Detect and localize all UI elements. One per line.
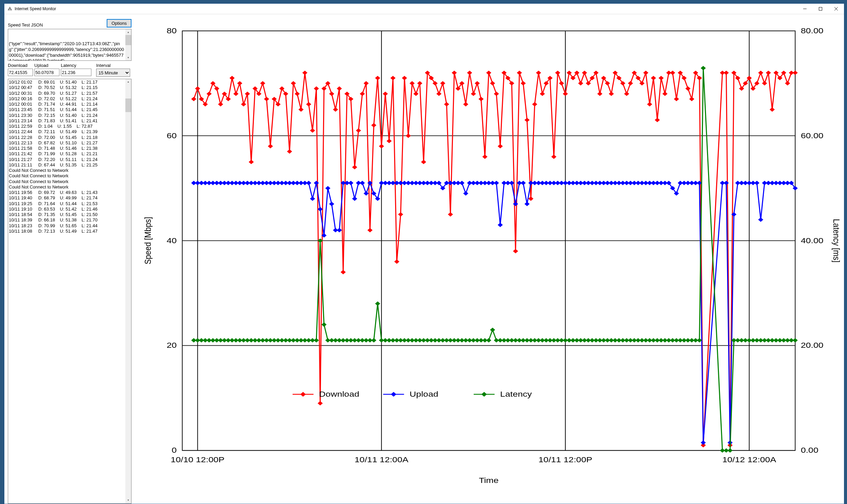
svg-text:10/11 12:00A: 10/11 12:00A [355,455,409,464]
speed-chart: 0204060800.0020.0040.0060.0080.0010/10 1… [134,19,844,504]
log-row[interactable]: 10/11 22:59 D: 1.04 U: 1.55 L: 72.87 [9,124,130,129]
log-row[interactable]: 10/11 23:30 D: 72.15 U: 51.40 L: 21.24 [9,113,130,118]
svg-text:10/12 12:00A: 10/12 12:00A [722,455,776,464]
interval-select[interactable]: 15 Minute [96,69,130,77]
log-row[interactable]: 10/12 00:31 D: 69.70 U: 51.27 L: 21.57 [9,91,130,96]
scroll-up-icon[interactable]: ▲ [125,79,131,85]
svg-text:60.00: 60.00 [801,131,824,140]
maximize-button[interactable] [813,4,828,14]
svg-text:10/10 12:00P: 10/10 12:00P [171,455,224,464]
client-area: Speed Test JSON Options {"type":"result"… [4,14,844,504]
log-row[interactable]: 10/11 23:14 D: 71.83 U: 51.41 L: 21.41 [9,118,130,124]
svg-text:0: 0 [172,446,177,454]
window-title: Internet Speed Monitor [15,6,797,11]
window-buttons [797,4,844,14]
latency-label: Latency [61,63,91,68]
upload-field[interactable] [34,69,59,76]
log-row[interactable]: 10/11 19:10 D: 63.53 U: 51.42 L: 21.46 [9,206,130,212]
titlebar[interactable]: Internet Speed Monitor [4,4,844,14]
log-row[interactable]: 10/11 22:28 D: 72.00 U: 51.45 L: 21.18 [9,135,130,140]
scroll-down-icon[interactable]: ▼ [125,498,131,503]
log-row[interactable]: 10/11 18:39 D: 66.18 U: 51.38 L: 21.70 [9,217,130,223]
svg-text:80: 80 [166,26,177,35]
log-row[interactable]: 10/11 22:13 D: 67.82 U: 51.10 L: 21.27 [9,140,130,146]
svg-text:Latency [ms]: Latency [ms] [832,219,842,263]
svg-text:Upload: Upload [410,390,438,398]
log-row[interactable]: 10/11 19:40 D: 68.79 U: 49.99 L: 21.74 [9,195,130,201]
svg-text:Speed [Mbps]: Speed [Mbps] [143,217,153,265]
chart-area: 0204060800.0020.0040.0060.0080.0010/10 1… [134,19,844,504]
log-row[interactable]: 10/11 21:27 D: 72.20 U: 51.11 L: 21.24 [9,157,130,162]
log-scrollbar[interactable]: ▲ ▼ [125,79,131,503]
scroll-down-icon[interactable]: ▼ [125,55,131,60]
download-label: Download [8,63,33,68]
log-row[interactable]: Could Not Connect to Network [9,168,130,173]
json-scrollbar[interactable]: ▲ ▼ [125,29,131,60]
log-row[interactable]: 10/11 19:56 D: 69.72 U: 49.63 L: 21.43 [9,190,130,195]
svg-point-0 [10,9,11,10]
scroll-thumb[interactable] [125,98,131,112]
upload-label: Upload [34,63,59,68]
sidebar: Speed Test JSON Options {"type":"result"… [4,19,134,504]
options-button[interactable]: Options [107,19,131,28]
svg-text:Time: Time [479,476,498,485]
interval-label: Interval [96,63,130,68]
log-row[interactable]: 10/11 19:25 D: 71.64 U: 51.44 L: 21.53 [9,201,130,206]
minimize-button[interactable] [797,4,813,14]
log-row[interactable]: 10/11 21:42 D: 71.99 U: 51.28 L: 21.21 [9,151,130,157]
latency-field[interactable] [61,69,91,76]
log-row[interactable]: 10/12 00:01 D: 71.74 U: 44.91 L: 21.14 [9,102,130,107]
json-textbox[interactable]: {"type":"result","timestamp":"2020-10-12… [8,29,131,61]
svg-text:60: 60 [166,131,177,140]
log-listbox[interactable]: 10/12 01:02 D: 69.01 U: 51.40 L: 21.1710… [8,79,131,504]
svg-text:20: 20 [166,341,177,349]
log-row[interactable]: 10/11 18:54 D: 71.35 U: 51.45 L: 21.50 [9,212,130,217]
log-row[interactable]: Could Not Connect to Network [9,173,130,179]
scroll-up-icon[interactable]: ▲ [125,29,131,35]
svg-text:80.00: 80.00 [801,26,824,35]
log-row[interactable]: 10/12 01:02 D: 69.01 U: 51.40 L: 21.17 [9,79,130,85]
log-row[interactable]: 10/12 00:47 D: 70.52 U: 51.32 L: 21.15 [9,85,130,90]
download-field[interactable] [8,69,33,76]
log-row[interactable]: 10/12 00:16 D: 72.02 U: 51.22 L: 21.24 [9,96,130,102]
app-icon [7,6,13,12]
svg-rect-2 [819,7,822,11]
svg-text:40: 40 [166,236,177,245]
scroll-thumb[interactable] [125,35,131,45]
log-row[interactable]: Could Not Connect to Network [9,184,130,190]
svg-text:0.00: 0.00 [801,446,818,454]
fields-row: Download Upload Latency Interval 15 Minu… [8,63,131,77]
log-row[interactable]: 10/11 22:44 D: 72.11 U: 51.49 L: 21.39 [9,129,130,134]
log-row[interactable]: 10/11 21:58 D: 71.48 U: 51.46 L: 21.38 [9,146,130,151]
log-row[interactable]: 10/11 18:23 D: 70.99 U: 51.65 L: 21.44 [9,223,130,229]
svg-text:10/11 12:00P: 10/11 12:00P [539,455,592,464]
log-row[interactable]: Could Not Connect to Network [9,179,130,184]
app-window: Internet Speed Monitor Speed Test JSON O… [4,3,844,504]
svg-text:Latency: Latency [500,390,532,398]
log-row[interactable]: 10/11 23:45 D: 71.51 U: 51.44 L: 21.45 [9,107,130,112]
svg-text:Download: Download [319,390,359,398]
json-label: Speed Test JSON [8,22,107,28]
svg-text:40.00: 40.00 [801,236,824,245]
json-content: {"type":"result","timestamp":"2020-10-12… [9,41,130,61]
svg-text:20.00: 20.00 [801,341,824,349]
log-row[interactable]: 10/11 18:08 D: 72.13 U: 51.49 L: 21.47 [9,229,130,234]
close-button[interactable] [828,4,844,14]
log-row[interactable]: 10/11 21:11 D: 67.44 U: 51.35 L: 21.25 [9,162,130,168]
